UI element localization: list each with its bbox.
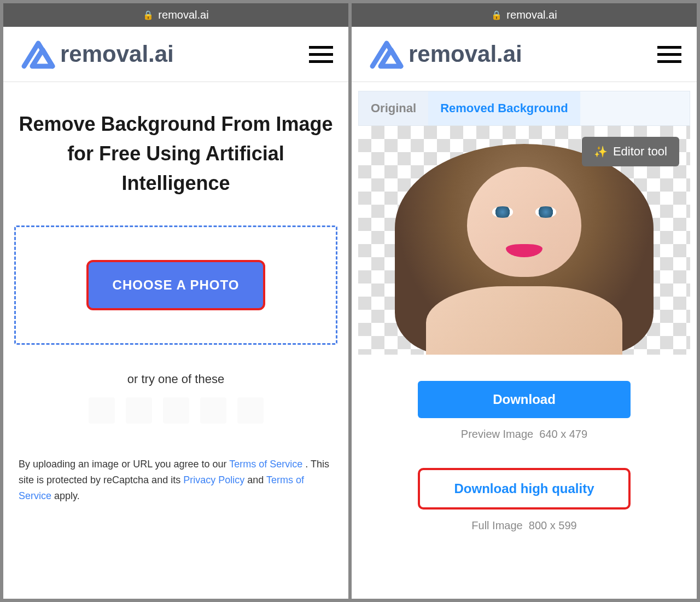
- url-text: removal.ai: [158, 9, 208, 21]
- page-heading: Remove Background From Image for Free Us…: [14, 109, 337, 198]
- phone-right: 🔒 removal.ai removal.ai Original Removed…: [352, 3, 697, 599]
- magic-wand-icon: ✨: [594, 145, 608, 158]
- content-left: removal.ai Remove Background From Image …: [3, 27, 348, 599]
- logo[interactable]: removal.ai: [367, 38, 522, 71]
- hamburger-line: [657, 53, 681, 56]
- try-one-text: or try one of these: [14, 372, 337, 386]
- logo-text: removal.ai: [409, 41, 522, 67]
- hamburger-line: [309, 53, 333, 56]
- download-section: Download Preview Image 640 x 479 Downloa…: [352, 355, 697, 570]
- privacy-link[interactable]: Privacy Policy: [183, 474, 244, 485]
- editor-tool-button[interactable]: ✨ Editor tool: [582, 137, 679, 166]
- sample-image[interactable]: [200, 397, 226, 424]
- preview-dimension: Preview Image 640 x 479: [384, 428, 664, 441]
- lock-icon: 🔒: [143, 10, 154, 20]
- editor-tool-label: Editor tool: [613, 144, 667, 159]
- sample-images: [14, 397, 337, 424]
- hamburger-menu[interactable]: [309, 46, 333, 63]
- full-label: Full Image: [471, 519, 522, 531]
- full-dimension: Full Image 800 x 599: [384, 519, 664, 532]
- hamburger-menu[interactable]: [657, 46, 681, 63]
- main-left: Remove Background From Image for Free Us…: [3, 82, 348, 514]
- full-dim: 800 x 599: [529, 519, 577, 531]
- logo-icon: [19, 38, 58, 71]
- url-bar: 🔒 removal.ai: [3, 3, 348, 27]
- download-button[interactable]: Download: [418, 381, 630, 418]
- tos-link-1[interactable]: Terms of Service: [229, 459, 302, 470]
- tab-original[interactable]: Original: [359, 91, 428, 125]
- lips: [506, 244, 542, 257]
- choose-photo-button[interactable]: CHOOSE A PHOTO: [86, 260, 266, 310]
- logo-icon: [367, 38, 406, 71]
- sample-image[interactable]: [163, 397, 189, 424]
- dropzone[interactable]: CHOOSE A PHOTO: [14, 225, 337, 345]
- eye-right: [535, 206, 556, 217]
- download-hq-button[interactable]: Download high quality: [418, 468, 630, 510]
- content-right: removal.ai Original Removed Background: [352, 27, 697, 599]
- tab-removed-background[interactable]: Removed Background: [428, 91, 580, 125]
- footer-part1: By uploading an image or URL you agree t…: [19, 459, 229, 470]
- footer-part4: apply.: [51, 490, 80, 501]
- phone-left: 🔒 removal.ai removal.ai Remove Backgroun…: [3, 3, 348, 599]
- url-text: removal.ai: [506, 9, 557, 21]
- hamburger-line: [657, 46, 681, 49]
- hamburger-line: [309, 46, 333, 49]
- main-right: Original Removed Background ✨ Editor too…: [352, 91, 697, 570]
- preview-dim: 640 x 479: [539, 428, 587, 440]
- url-bar: 🔒 removal.ai: [352, 3, 697, 27]
- preview-label: Preview Image: [461, 428, 533, 440]
- hamburger-line: [657, 60, 681, 63]
- header: removal.ai: [3, 27, 348, 82]
- sample-image[interactable]: [237, 397, 264, 424]
- eye-left: [492, 206, 512, 217]
- result-image: ✨ Editor tool: [358, 126, 690, 355]
- footer-text: By uploading an image or URL you agree t…: [14, 456, 337, 503]
- body: [426, 286, 623, 355]
- footer-part3: and: [244, 474, 266, 485]
- sample-image[interactable]: [126, 397, 152, 424]
- face: [467, 167, 581, 277]
- sample-image[interactable]: [89, 397, 115, 424]
- logo-text: removal.ai: [60, 41, 174, 67]
- tabs: Original Removed Background: [358, 91, 690, 126]
- header: removal.ai: [352, 27, 697, 82]
- hamburger-line: [309, 60, 333, 63]
- lock-icon: 🔒: [491, 10, 502, 20]
- logo[interactable]: removal.ai: [19, 38, 174, 71]
